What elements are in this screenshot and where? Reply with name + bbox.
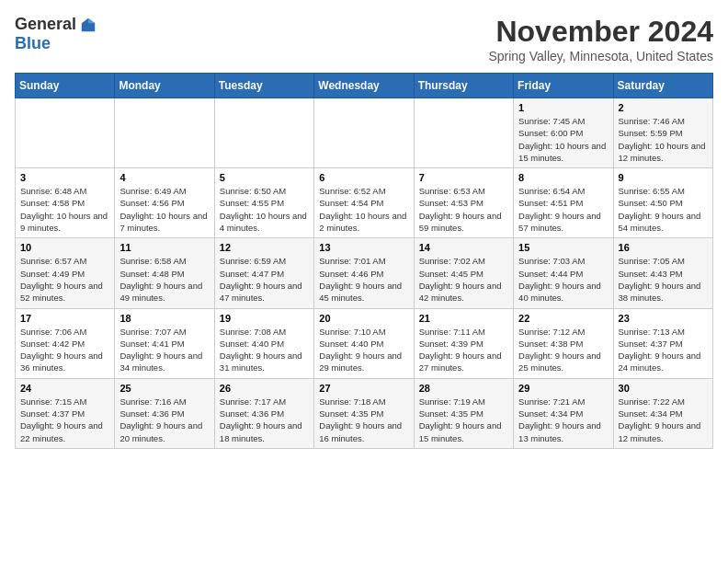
day-info: Sunrise: 6:59 AM Sunset: 4:47 PM Dayligh… — [220, 255, 309, 304]
day-info: Sunrise: 7:06 AM Sunset: 4:42 PM Dayligh… — [20, 326, 109, 374]
day-info: Sunrise: 6:54 AM Sunset: 4:51 PM Dayligh… — [518, 185, 608, 234]
day-of-week-header: Friday — [514, 74, 613, 98]
day-number: 18 — [119, 313, 209, 324]
day-number: 28 — [419, 383, 508, 394]
calendar-cell: 12Sunrise: 6:59 AM Sunset: 4:47 PM Dayli… — [214, 238, 313, 308]
day-number: 21 — [419, 313, 508, 324]
day-number: 8 — [518, 172, 608, 183]
day-of-week-header: Sunday — [16, 74, 115, 98]
day-number: 13 — [319, 242, 408, 253]
calendar-cell: 14Sunrise: 7:02 AM Sunset: 4:45 PM Dayli… — [414, 238, 513, 308]
day-number: 9 — [619, 172, 708, 183]
day-number: 30 — [619, 383, 708, 394]
calendar-cell: 28Sunrise: 7:19 AM Sunset: 4:35 PM Dayli… — [414, 378, 513, 448]
calendar-cell: 8Sunrise: 6:54 AM Sunset: 4:51 PM Daylig… — [514, 168, 613, 238]
calendar-cell: 7Sunrise: 6:53 AM Sunset: 4:53 PM Daylig… — [414, 168, 513, 238]
day-info: Sunrise: 7:07 AM Sunset: 4:41 PM Dayligh… — [119, 326, 209, 374]
day-info: Sunrise: 7:15 AM Sunset: 4:37 PM Dayligh… — [20, 396, 109, 444]
calendar-cell — [115, 98, 214, 168]
day-number: 20 — [319, 313, 408, 324]
calendar-cell — [414, 98, 513, 168]
day-info: Sunrise: 7:01 AM Sunset: 4:46 PM Dayligh… — [319, 255, 408, 304]
day-info: Sunrise: 7:22 AM Sunset: 4:34 PM Dayligh… — [619, 396, 708, 444]
calendar-cell: 11Sunrise: 6:58 AM Sunset: 4:48 PM Dayli… — [115, 238, 214, 308]
calendar-cell: 22Sunrise: 7:12 AM Sunset: 4:38 PM Dayli… — [514, 308, 613, 378]
calendar-cell: 4Sunrise: 6:49 AM Sunset: 4:56 PM Daylig… — [115, 168, 214, 238]
calendar-cell — [16, 98, 115, 168]
calendar-header: SundayMondayTuesdayWednesdayThursdayFrid… — [16, 74, 713, 98]
calendar-header-row: SundayMondayTuesdayWednesdayThursdayFrid… — [16, 74, 713, 98]
calendar-cell: 30Sunrise: 7:22 AM Sunset: 4:34 PM Dayli… — [613, 378, 712, 448]
day-number: 26 — [220, 383, 309, 394]
calendar-cell: 15Sunrise: 7:03 AM Sunset: 4:44 PM Dayli… — [514, 238, 613, 308]
calendar-cell: 20Sunrise: 7:10 AM Sunset: 4:40 PM Dayli… — [314, 308, 414, 378]
day-info: Sunrise: 7:10 AM Sunset: 4:40 PM Dayligh… — [319, 326, 408, 374]
day-number: 23 — [619, 313, 708, 324]
day-info: Sunrise: 7:45 AM Sunset: 6:00 PM Dayligh… — [518, 115, 608, 164]
calendar-table: SundayMondayTuesdayWednesdayThursdayFrid… — [15, 73, 713, 449]
calendar-cell: 19Sunrise: 7:08 AM Sunset: 4:40 PM Dayli… — [214, 308, 313, 378]
day-number: 10 — [20, 242, 109, 253]
day-info: Sunrise: 6:49 AM Sunset: 4:56 PM Dayligh… — [119, 185, 209, 234]
day-number: 3 — [20, 172, 109, 183]
svg-marker-1 — [88, 17, 95, 22]
day-number: 1 — [518, 102, 608, 113]
day-info: Sunrise: 7:18 AM Sunset: 4:35 PM Dayligh… — [319, 396, 408, 444]
calendar-cell: 23Sunrise: 7:13 AM Sunset: 4:37 PM Dayli… — [613, 308, 712, 378]
page-header: General Blue November 2024 Spring Valley… — [15, 15, 713, 63]
day-number: 14 — [419, 242, 508, 253]
day-of-week-header: Saturday — [613, 74, 712, 98]
day-info: Sunrise: 7:17 AM Sunset: 4:36 PM Dayligh… — [220, 396, 309, 444]
day-info: Sunrise: 6:52 AM Sunset: 4:54 PM Dayligh… — [319, 185, 408, 234]
day-info: Sunrise: 6:55 AM Sunset: 4:50 PM Dayligh… — [619, 185, 708, 234]
calendar-week-row: 17Sunrise: 7:06 AM Sunset: 4:42 PM Dayli… — [16, 308, 713, 378]
day-number: 15 — [518, 242, 608, 253]
day-number: 11 — [119, 242, 209, 253]
day-info: Sunrise: 6:50 AM Sunset: 4:55 PM Dayligh… — [220, 185, 309, 234]
title-block: November 2024 Spring Valley, Minnesota, … — [488, 15, 713, 63]
logo-blue-text: Blue — [15, 34, 51, 53]
calendar-cell: 26Sunrise: 7:17 AM Sunset: 4:36 PM Dayli… — [214, 378, 313, 448]
calendar-cell: 24Sunrise: 7:15 AM Sunset: 4:37 PM Dayli… — [16, 378, 115, 448]
day-number: 22 — [518, 313, 608, 324]
calendar-cell: 29Sunrise: 7:21 AM Sunset: 4:34 PM Dayli… — [514, 378, 613, 448]
calendar-body: 1Sunrise: 7:45 AM Sunset: 6:00 PM Daylig… — [16, 98, 713, 449]
calendar-week-row: 1Sunrise: 7:45 AM Sunset: 6:00 PM Daylig… — [16, 98, 713, 168]
day-number: 29 — [518, 383, 608, 394]
day-info: Sunrise: 6:57 AM Sunset: 4:49 PM Dayligh… — [20, 255, 109, 304]
day-of-week-header: Tuesday — [214, 74, 313, 98]
day-info: Sunrise: 6:58 AM Sunset: 4:48 PM Dayligh… — [119, 255, 209, 304]
day-info: Sunrise: 6:53 AM Sunset: 4:53 PM Dayligh… — [419, 185, 508, 234]
calendar-cell: 17Sunrise: 7:06 AM Sunset: 4:42 PM Dayli… — [16, 308, 115, 378]
day-number: 16 — [619, 242, 708, 253]
day-info: Sunrise: 7:12 AM Sunset: 4:38 PM Dayligh… — [518, 326, 608, 374]
day-info: Sunrise: 7:11 AM Sunset: 4:39 PM Dayligh… — [419, 326, 508, 374]
calendar-cell — [214, 98, 313, 168]
day-info: Sunrise: 7:05 AM Sunset: 4:43 PM Dayligh… — [619, 255, 708, 304]
logo-general-text: General — [15, 15, 76, 34]
day-number: 6 — [319, 172, 408, 183]
day-info: Sunrise: 7:02 AM Sunset: 4:45 PM Dayligh… — [419, 255, 508, 304]
day-number: 2 — [619, 102, 708, 113]
calendar-week-row: 24Sunrise: 7:15 AM Sunset: 4:37 PM Dayli… — [16, 378, 713, 448]
calendar-cell: 6Sunrise: 6:52 AM Sunset: 4:54 PM Daylig… — [314, 168, 414, 238]
day-info: Sunrise: 7:03 AM Sunset: 4:44 PM Dayligh… — [518, 255, 608, 304]
day-number: 19 — [220, 313, 309, 324]
calendar-cell: 10Sunrise: 6:57 AM Sunset: 4:49 PM Dayli… — [16, 238, 115, 308]
day-info: Sunrise: 7:21 AM Sunset: 4:34 PM Dayligh… — [518, 396, 608, 444]
day-number: 17 — [20, 313, 109, 324]
day-info: Sunrise: 7:19 AM Sunset: 4:35 PM Dayligh… — [419, 396, 508, 444]
location-title: Spring Valley, Minnesota, United States — [488, 49, 713, 63]
day-number: 7 — [419, 172, 508, 183]
day-of-week-header: Wednesday — [314, 74, 414, 98]
month-title: November 2024 — [488, 15, 713, 49]
day-number: 25 — [119, 383, 209, 394]
day-number: 12 — [220, 242, 309, 253]
calendar-week-row: 3Sunrise: 6:48 AM Sunset: 4:58 PM Daylig… — [16, 168, 713, 238]
calendar-cell — [314, 98, 414, 168]
calendar-cell: 16Sunrise: 7:05 AM Sunset: 4:43 PM Dayli… — [613, 238, 712, 308]
calendar-week-row: 10Sunrise: 6:57 AM Sunset: 4:49 PM Dayli… — [16, 238, 713, 308]
calendar-cell: 13Sunrise: 7:01 AM Sunset: 4:46 PM Dayli… — [314, 238, 414, 308]
day-info: Sunrise: 7:46 AM Sunset: 5:59 PM Dayligh… — [619, 115, 708, 164]
day-number: 27 — [319, 383, 408, 394]
